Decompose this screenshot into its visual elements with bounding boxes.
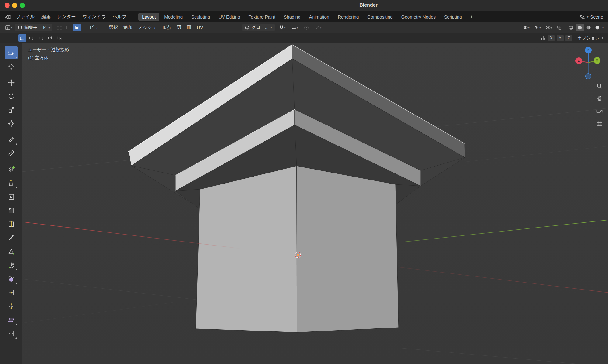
tab-shading[interactable]: Shading — [280, 13, 304, 21]
maximize-window-button[interactable] — [20, 3, 25, 8]
tab-sculpting[interactable]: Sculpting — [188, 13, 214, 21]
options-label-text: オプション — [577, 35, 600, 41]
proportional-falloff-button[interactable]: ▾ — [313, 24, 323, 31]
visibility-filter-button[interactable]: ▾ — [521, 24, 531, 31]
tool-loop-cut[interactable] — [5, 218, 18, 231]
viewport-menus: ビュー 選択 追加 メッシュ 頂点 辺 面 UV — [87, 23, 206, 32]
vertex-select-button[interactable] — [55, 24, 64, 31]
mirror-y-toggle[interactable]: Y — [557, 35, 564, 41]
tool-scale[interactable] — [5, 103, 18, 116]
shading-material-button[interactable] — [585, 24, 593, 31]
close-window-button[interactable] — [5, 3, 10, 8]
select-set-button[interactable] — [18, 34, 26, 42]
snap-target-button[interactable]: ▾ — [290, 24, 299, 31]
tab-texture-paint[interactable]: Texture Paint — [245, 13, 279, 21]
tool-select-box[interactable] — [5, 46, 18, 59]
shading-rendered-button[interactable] — [593, 24, 602, 31]
gizmos-toggle-button[interactable]: ▾ — [533, 24, 542, 31]
tool-move[interactable] — [5, 76, 18, 89]
tool-inset-faces[interactable] — [5, 190, 18, 203]
tool-shrink-fatten[interactable] — [5, 300, 18, 313]
menu-uv[interactable]: UV — [194, 24, 206, 31]
menu-help[interactable]: ヘルプ — [109, 13, 130, 21]
select-intersect-button[interactable] — [56, 34, 64, 42]
shading-solid-button[interactable] — [576, 24, 584, 31]
edge-select-button[interactable] — [64, 24, 72, 31]
chevron-down-icon: ▾ — [270, 26, 272, 29]
snap-toggle-button[interactable]: ▾ — [278, 24, 287, 31]
xray-toggle-button[interactable] — [555, 24, 563, 31]
transform-orientation-selector[interactable]: グロー... ▾ — [242, 24, 274, 31]
tool-annotate[interactable] — [5, 133, 18, 146]
tool-smooth[interactable] — [5, 272, 18, 285]
shading-wireframe-button[interactable] — [567, 24, 575, 31]
magnifier-icon — [596, 83, 603, 89]
menu-edge[interactable]: 辺 — [174, 23, 184, 32]
tab-animation[interactable]: Animation — [305, 13, 333, 21]
mode-selector[interactable]: 編集モード ▾ — [15, 24, 52, 31]
tool-poly-build[interactable] — [5, 245, 18, 258]
editor-type-button[interactable]: ▾ — [4, 24, 14, 32]
menu-select[interactable]: 選択 — [106, 23, 121, 32]
grid-icon — [596, 120, 603, 127]
tab-geometry-nodes[interactable]: Geometry Nodes — [398, 13, 439, 21]
blender-logo-icon[interactable] — [4, 13, 13, 21]
tool-rip-region[interactable] — [5, 327, 18, 340]
3d-viewport[interactable]: ユーザー・透視投影 (1) 立方体 Z X Y — [22, 43, 608, 364]
menu-add[interactable]: 追加 — [121, 23, 135, 32]
tool-transform[interactable] — [5, 117, 18, 130]
navigation-gizmo[interactable]: Z X Y — [572, 46, 605, 79]
tool-bevel[interactable] — [5, 204, 18, 217]
tool-spin[interactable] — [5, 259, 18, 272]
tool-extrude-region[interactable] — [5, 177, 18, 190]
minimize-window-button[interactable] — [12, 3, 17, 8]
mirror-x-toggle[interactable]: X — [548, 35, 555, 41]
select-extend-button[interactable] — [28, 34, 36, 42]
tool-cursor[interactable] — [5, 60, 18, 73]
camera-view-button[interactable] — [594, 106, 605, 116]
menu-window[interactable]: ウィンドウ — [79, 13, 109, 21]
overlays-toggle-button[interactable]: ▾ — [544, 24, 554, 31]
gizmo-y-axis[interactable]: Y — [594, 57, 600, 64]
window-titlebar: Blender — [0, 0, 608, 11]
active-object-overlay: (1) 立方体 — [28, 55, 49, 61]
tab-compositing[interactable]: Compositing — [364, 13, 396, 21]
tab-rendering[interactable]: Rendering — [334, 13, 362, 21]
tool-add-cube[interactable] — [5, 163, 18, 176]
chevron-down-icon: ▾ — [320, 26, 322, 29]
tab-scripting[interactable]: Scripting — [440, 13, 465, 21]
menu-vertex[interactable]: 頂点 — [159, 23, 174, 32]
menu-view[interactable]: ビュー — [87, 23, 106, 32]
menu-edit[interactable]: 編集 — [38, 13, 54, 21]
tool-knife[interactable] — [5, 231, 18, 244]
menu-file[interactable]: ファイル — [13, 13, 38, 21]
zoom-button[interactable] — [594, 81, 605, 91]
eye-icon — [522, 25, 528, 30]
add-workspace-button[interactable]: + — [467, 13, 476, 21]
pan-hand-button[interactable] — [594, 93, 605, 104]
mesh-object[interactable] — [128, 45, 465, 332]
tab-modeling[interactable]: Modeling — [161, 13, 186, 21]
menu-render[interactable]: レンダー — [54, 13, 79, 21]
gizmo-negative-z-axis[interactable] — [586, 74, 591, 79]
tool-edge-slide[interactable] — [5, 286, 18, 299]
select-subtract-button[interactable] — [37, 34, 45, 42]
scene-selector[interactable]: ▾ Scene — [579, 14, 603, 20]
tool-options-dropdown[interactable]: オプション ▾ — [577, 35, 603, 41]
tool-shear[interactable] — [5, 313, 18, 326]
select-invert-button[interactable] — [47, 34, 54, 42]
tab-layout[interactable]: Layout — [138, 13, 159, 21]
tool-group-indicator — [15, 337, 17, 339]
gizmo-z-axis[interactable]: Z — [585, 47, 592, 53]
mirror-z-toggle[interactable]: Z — [565, 35, 572, 41]
tool-group-indicator — [15, 57, 17, 58]
tab-uv-editing[interactable]: UV Editing — [215, 13, 244, 21]
menu-mesh[interactable]: メッシュ — [135, 23, 159, 32]
menu-face[interactable]: 面 — [184, 23, 194, 32]
tool-measure[interactable] — [5, 147, 18, 160]
face-select-button[interactable] — [73, 24, 81, 31]
tool-rotate[interactable] — [5, 90, 18, 103]
perspective-toggle-button[interactable] — [594, 118, 605, 129]
gizmo-x-axis[interactable]: X — [575, 57, 582, 64]
proportional-editing-toggle[interactable] — [302, 24, 310, 31]
